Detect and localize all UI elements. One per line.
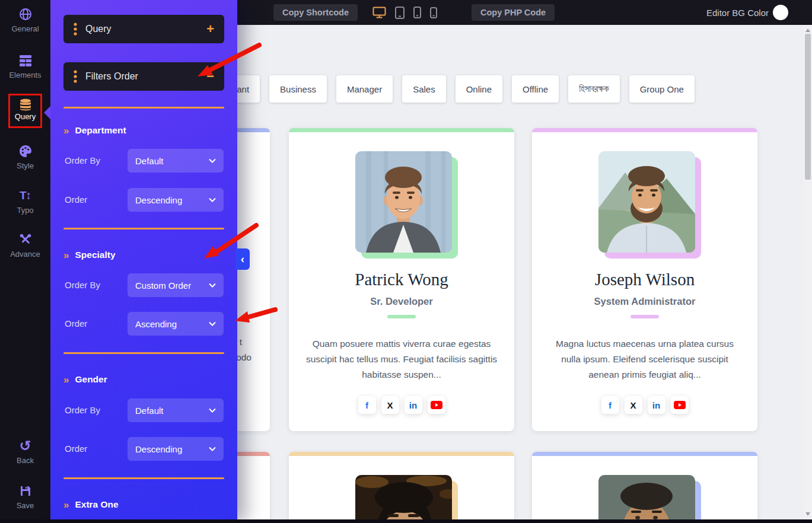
- tab-manager[interactable]: Manager: [336, 75, 393, 103]
- facebook-glyph: f: [609, 400, 612, 410]
- card-accent-bar: [289, 128, 514, 132]
- accordion-query[interactable]: Query +: [63, 15, 224, 43]
- team-member-card: [532, 452, 757, 523]
- vertical-scrollbar[interactable]: [804, 25, 812, 523]
- tab-group-one[interactable]: Group One: [629, 75, 695, 103]
- card-accent-bar: [532, 452, 757, 456]
- facebook-icon[interactable]: f: [601, 396, 619, 414]
- drag-handle-icon: [74, 70, 77, 83]
- scroll-down-arrow-icon[interactable]: [805, 512, 810, 516]
- sidebar-item-typo[interactable]: T↕ Typo: [0, 189, 50, 215]
- tablet-preview-icon[interactable]: [395, 7, 405, 19]
- member-description: Quam posuere mattis viverra curae egesta…: [304, 336, 499, 382]
- group-title-gender: » Gender: [63, 374, 107, 385]
- typography-icon: T↕: [0, 189, 50, 203]
- department-order-by-select[interactable]: Default: [128, 149, 224, 173]
- editor-bg-color-swatch[interactable]: [773, 5, 788, 20]
- double-chevron-icon: »: [63, 375, 69, 384]
- query-settings-panel: Query + Filters Order − » Department Ord…: [50, 0, 237, 523]
- sidebar-item-advance[interactable]: Advance: [0, 232, 50, 259]
- sidebar-item-style[interactable]: Style: [0, 144, 50, 170]
- chevron-down-icon: [209, 447, 216, 451]
- copy-shortcode-button[interactable]: Copy Shortcode: [273, 4, 358, 21]
- facebook-glyph: f: [365, 400, 368, 410]
- member-description: Magna luctus maecenas urna platea cursus…: [547, 336, 743, 382]
- tools-icon: [0, 232, 50, 247]
- member-name: Patrick Wong: [289, 270, 514, 289]
- sidebar-item-label: Advance: [0, 250, 50, 259]
- scroll-up-arrow-icon[interactable]: [805, 28, 810, 32]
- chevron-down-icon: [209, 158, 216, 163]
- undo-icon: ↺: [0, 439, 50, 453]
- drag-handle-icon: [74, 23, 77, 36]
- member-photo: [355, 475, 452, 523]
- linkedin-icon[interactable]: in: [648, 396, 665, 414]
- linkedin-icon[interactable]: in: [405, 396, 422, 414]
- role-divider: [631, 315, 659, 318]
- member-role: Sr. Developer: [289, 296, 514, 307]
- social-links: f X in: [532, 396, 757, 414]
- panel-collapse-button[interactable]: ‹: [235, 248, 250, 270]
- order-by-label: Order By: [65, 155, 100, 165]
- order-label: Order: [65, 194, 87, 205]
- member-photo: [598, 151, 695, 253]
- viewport-bottom-edge: [0, 519, 812, 523]
- chevron-down-icon: [209, 283, 216, 288]
- youtube-icon[interactable]: [428, 396, 445, 414]
- sidebar-item-label: Elements: [0, 71, 50, 79]
- member-photo: [355, 151, 452, 253]
- save-icon: [0, 484, 50, 498]
- scrollbar-thumb[interactable]: [805, 34, 811, 180]
- tab-sales[interactable]: Sales: [402, 75, 446, 103]
- chevron-down-icon: [209, 408, 216, 413]
- card-accent-bar: [289, 452, 514, 456]
- tab-offline[interactable]: Offline: [512, 75, 559, 103]
- accordion-label: Filters Order: [85, 71, 138, 82]
- social-links: f X in: [289, 396, 514, 414]
- specialty-order-select[interactable]: Ascending: [128, 312, 224, 336]
- sidebar-item-elements[interactable]: Elements: [0, 53, 50, 79]
- tab-online[interactable]: Online: [456, 75, 502, 103]
- globe-icon: [0, 7, 50, 21]
- mobile-preview-icon[interactable]: [430, 7, 437, 18]
- member-role: System Administrator: [532, 296, 757, 307]
- sidebar-item-general[interactable]: General: [0, 7, 50, 33]
- accordion-filters-order[interactable]: Filters Order −: [63, 62, 224, 91]
- department-order-select[interactable]: Descending: [128, 188, 224, 212]
- clipped-description-text: odo: [236, 352, 251, 363]
- x-twitter-icon[interactable]: X: [625, 396, 642, 414]
- tab-bengali-accountant[interactable]: হিসাবরক্ষক: [568, 75, 620, 103]
- facebook-icon[interactable]: f: [358, 396, 376, 414]
- x-twitter-icon[interactable]: X: [381, 396, 399, 414]
- mobile-large-preview-icon[interactable]: [413, 7, 421, 18]
- device-preview-switcher: [372, 0, 437, 25]
- sidebar-item-query-active[interactable]: Query: [8, 94, 42, 128]
- team-member-card: Patrick Wong Sr. Developer Quam posuere …: [289, 128, 514, 431]
- order-label: Order: [65, 318, 87, 329]
- accordion-label: Query: [85, 24, 112, 34]
- minus-icon: −: [206, 71, 214, 82]
- sidebar-item-label: Query: [10, 112, 40, 121]
- elements-grid-icon: [0, 53, 50, 68]
- x-glyph: X: [387, 400, 393, 410]
- copy-php-code-button[interactable]: Copy PHP Code: [472, 4, 555, 21]
- order-by-label: Order By: [65, 405, 100, 415]
- gender-order-select[interactable]: Descending: [128, 437, 224, 461]
- sidebar-item-label: Style: [0, 161, 50, 170]
- double-chevron-icon: »: [63, 126, 69, 135]
- gender-order-by-select[interactable]: Default: [128, 398, 224, 422]
- editor-bg-color-label: Editor BG Color: [706, 0, 769, 25]
- tab-business[interactable]: Business: [269, 75, 327, 103]
- role-divider: [387, 315, 416, 318]
- desktop-preview-icon[interactable]: [372, 7, 386, 18]
- sidebar-item-save[interactable]: Save: [0, 484, 50, 510]
- sidebar-item-label: Typo: [0, 206, 50, 215]
- youtube-icon[interactable]: [671, 396, 689, 414]
- linkedin-glyph: in: [409, 400, 417, 410]
- specialty-order-by-select[interactable]: Custom Order: [128, 273, 224, 297]
- double-chevron-icon: »: [63, 251, 69, 260]
- section-divider: [63, 107, 224, 109]
- clipped-description-text: t: [240, 337, 242, 347]
- card-accent-bar: [532, 128, 757, 132]
- sidebar-item-back[interactable]: ↺ Back: [0, 439, 50, 465]
